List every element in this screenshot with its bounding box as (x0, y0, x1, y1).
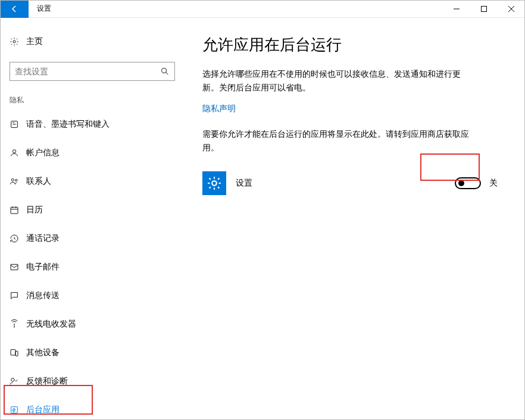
sidebar-item-messaging[interactable]: 消息传送 (0, 281, 185, 310)
close-icon (508, 6, 514, 12)
sidebar-item-label: 通话记录 (26, 233, 60, 244)
settings-app-icon (202, 171, 226, 195)
maximize-button[interactable] (470, 0, 498, 18)
sidebar-item-call-history[interactable]: 通话记录 (0, 224, 185, 253)
window-controls (443, 0, 525, 18)
sidebar-item-label: 电子邮件 (26, 262, 60, 272)
speech-icon (10, 120, 26, 129)
contacts-icon (10, 177, 26, 186)
background-apps-icon (10, 405, 26, 415)
svg-point-11 (11, 378, 14, 381)
minimize-button[interactable] (443, 0, 470, 18)
sidebar-item-background-apps[interactable]: 后台应用 (0, 396, 185, 420)
toggle-state-label: 关 (489, 178, 498, 189)
page-description: 选择允许哪些应用在不使用的时候也可以接收信息、发送通知和进行更新。关闭后台应用可… (202, 67, 476, 95)
maximize-icon (481, 6, 487, 12)
svg-rect-8 (11, 264, 18, 269)
minimize-icon (454, 6, 460, 12)
sidebar-item-label: 后台应用 (26, 405, 60, 415)
home-label: 主页 (26, 36, 43, 47)
account-icon (10, 148, 26, 158)
gear-icon (207, 175, 222, 191)
svg-rect-12 (11, 407, 18, 413)
nav-list: 语音、墨迹书写和键入 帐户信息 联系人 日历 (0, 110, 185, 420)
app-row-settings: 设置 关 (202, 171, 501, 195)
devices-icon (10, 348, 26, 358)
svg-point-13 (212, 181, 217, 186)
sidebar-item-label: 日历 (26, 205, 43, 215)
sidebar-item-label: 语音、墨迹书写和键入 (26, 119, 110, 130)
call-history-icon (10, 234, 26, 243)
search-input-container[interactable] (10, 62, 175, 81)
window-title: 设置 (37, 4, 51, 14)
calendar-icon (10, 205, 26, 215)
sidebar-item-other-devices[interactable]: 其他设备 (0, 338, 185, 367)
svg-point-1 (13, 40, 15, 43)
page-heading: 允许应用在后台运行 (202, 35, 501, 55)
page-info: 需要你允许才能在后台运行的应用将显示在此处。请转到应用商店获取应用。 (202, 127, 476, 155)
titlebar: 设置 (0, 0, 525, 18)
sidebar-item-radios[interactable]: 无线电收发器 (0, 310, 185, 338)
toggle-knob (458, 180, 464, 186)
svg-point-4 (12, 150, 15, 153)
svg-point-5 (11, 178, 14, 181)
background-toggle[interactable] (455, 177, 481, 189)
messaging-icon (10, 291, 26, 300)
search-input[interactable] (15, 67, 160, 76)
sidebar-item-label: 无线电收发器 (26, 319, 76, 330)
section-title-privacy: 隐私 (10, 95, 175, 105)
sidebar-item-calendar[interactable]: 日历 (0, 196, 185, 224)
sidebar-item-speech-inking[interactable]: 语音、墨迹书写和键入 (0, 110, 185, 139)
privacy-statement-link[interactable]: 隐私声明 (202, 104, 236, 114)
sidebar-item-label: 反馈和诊断 (26, 376, 68, 387)
svg-rect-7 (11, 207, 18, 214)
sidebar: 主页 隐私 语音、墨迹书写和键入 帐户信息 (0, 18, 185, 420)
svg-rect-10 (15, 351, 18, 356)
main-content: 允许应用在后台运行 选择允许哪些应用在不使用的时候也可以接收信息、发送通知和进行… (185, 18, 525, 420)
feedback-icon (10, 377, 26, 386)
svg-rect-0 (482, 6, 487, 11)
svg-point-2 (162, 68, 167, 73)
sidebar-home[interactable]: 主页 (0, 30, 185, 54)
close-button[interactable] (498, 0, 525, 18)
email-icon (10, 262, 26, 272)
sidebar-item-email[interactable]: 电子邮件 (0, 253, 185, 281)
arrow-left-icon (10, 4, 19, 14)
sidebar-item-label: 帐户信息 (26, 148, 60, 158)
search-icon (160, 67, 170, 76)
svg-rect-9 (11, 350, 15, 355)
app-name-label: 设置 (236, 178, 252, 189)
sidebar-item-account-info[interactable]: 帐户信息 (0, 139, 185, 167)
svg-point-6 (15, 179, 17, 181)
back-button[interactable] (0, 0, 29, 18)
sidebar-item-contacts[interactable]: 联系人 (0, 167, 185, 196)
gear-icon (10, 37, 26, 46)
sidebar-item-label: 消息传送 (26, 290, 60, 301)
sidebar-item-feedback[interactable]: 反馈和诊断 (0, 367, 185, 396)
radio-icon (10, 319, 26, 329)
sidebar-item-label: 其他设备 (26, 347, 60, 358)
sidebar-item-label: 联系人 (26, 176, 51, 187)
